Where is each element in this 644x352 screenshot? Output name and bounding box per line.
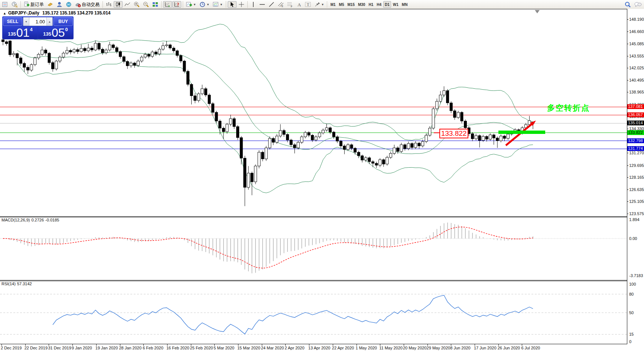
fibonacci-tool[interactable]: F [286,1,295,8]
autotrading-icon [75,1,81,7]
price-marker-chip: 135.014 [627,121,644,125]
search-icon [625,1,631,8]
arrows-icon [314,1,320,7]
date-axis-border [0,344,627,344]
macd-separator-bottom [0,217,627,217]
rsi-label-row: RSI(14)57.3142 [1,282,33,286]
timeframe-label: M5 [339,3,344,7]
line-chart-icon [124,1,130,7]
macd-signal-value: -0.0185 [45,218,59,222]
candle-chart-mode-button[interactable] [114,1,123,8]
vertical-line-icon [251,1,256,7]
volume-decrease-button[interactable]: ▼ [23,17,29,26]
price-marker-chip: 137.081 [627,104,644,109]
price-marker-chip: 131.774 [627,146,644,151]
history-center-button[interactable] [10,1,19,8]
vertical-line-tool[interactable] [249,1,257,8]
periods-dropdown-arrow: ▼ [206,3,209,6]
price-marker-chip: 133.822 [627,130,644,135]
timeframe-label: MN [402,3,408,7]
equidistant-channel-tool[interactable]: E [276,1,285,8]
auto-scroll-icon [165,1,170,7]
crosshair-icon [238,1,244,7]
timeframe-button-M30[interactable]: M30 [357,1,367,8]
price-marker-chip: 136.057 [627,112,644,117]
auto-scroll-button[interactable] [163,1,172,8]
timeframe-button-M5[interactable]: M5 [338,1,346,8]
timeframe-button-MN[interactable]: MN [400,1,409,8]
pivot-annotation-text[interactable]: 多空转折点 [547,103,590,113]
chart-title: ▲GBPJPY-,Daily135.172 135.185 134.270 13… [3,10,110,16]
candlestick-icon [115,1,121,7]
bar-chart-mode-button[interactable] [104,1,113,8]
indicators-dropdown-arrow: ▼ [193,3,196,6]
timeframe-button-H1[interactable]: H1 [367,1,375,8]
buy-button[interactable]: BUY [53,17,73,26]
zoom-in-icon [134,1,140,7]
symbol-name: GBPJPY-,Daily [8,10,39,16]
fibonacci-icon: F [287,1,293,7]
periods-button[interactable]: ▼ [198,1,211,8]
svg-text:A: A [297,2,301,7]
sell-button[interactable]: SELL [3,17,22,26]
market-watch-button[interactable] [1,1,10,8]
macd-name: MACD(12,26,9) [1,218,30,222]
market-watch-icon [2,1,8,7]
text-tool[interactable]: A [295,1,303,8]
templates-button[interactable]: ▼ [211,1,224,8]
svg-text:E: E [282,5,283,7]
zoom-out-button[interactable] [142,1,150,8]
timeframe-button-D1[interactable]: D1 [383,1,391,8]
text-icon: A [296,1,302,7]
chat-button[interactable] [633,1,643,8]
buy-price-display[interactable]: 135050 [38,27,73,39]
svg-text:T: T [307,2,309,7]
tile-windows-button[interactable] [151,1,160,8]
news-button[interactable] [64,1,73,8]
crosshair-tool-button[interactable] [237,1,246,8]
sell-price-display[interactable]: 135014 [3,27,38,39]
template-icon [213,1,219,7]
terminal-button[interactable] [55,1,64,8]
cursor-tool-button[interactable] [228,1,237,8]
chart-top-border [0,9,627,9]
volume-input[interactable] [29,17,46,26]
toolbar: 新订单 自动交易 [0,0,644,9]
zoom-in-button[interactable] [132,1,141,8]
timeframe-button-W1[interactable]: W1 [391,1,400,8]
rsi-value: 57.3142 [17,282,32,286]
rsi-separator-bottom [0,281,627,281]
rsi-separator-top[interactable] [0,280,627,280]
search-button[interactable] [623,1,632,8]
line-chart-mode-button[interactable] [123,1,132,8]
volume-increase-button[interactable]: ▲ [46,17,52,26]
chart-shift-button[interactable] [172,1,181,8]
mt4-window: 新订单 自动交易 [0,0,644,352]
horizontal-line-tool[interactable] [258,1,267,8]
text-label-tool[interactable]: T [303,1,312,8]
new-order-button[interactable]: 新订单 [22,1,45,8]
broadcast-icon [66,1,72,7]
trendline-tool[interactable] [267,1,276,8]
macd-separator-top[interactable] [0,216,627,217]
price-axis-border [627,9,627,344]
metaeditor-button[interactable] [46,1,55,8]
chart-canvas[interactable] [0,0,644,352]
chat-bubbles-icon [634,1,642,7]
arrows-tool[interactable]: ▼ [313,1,326,8]
buy-price-prefix: 135 [43,31,51,37]
timeframe-button-M1[interactable]: M1 [329,1,337,8]
price-callout-box[interactable]: 133.822 [439,129,468,138]
ohlc-values: 135.172 135.185 134.270 135.014 [42,10,111,16]
volume-spinner: ▼ ▲ [23,17,53,26]
sell-price-prefix: 135 [8,31,16,37]
autotrading-button[interactable]: 自动交易 [74,1,101,8]
oct-collapse-marker[interactable]: ▲ [3,11,6,15]
templates-dropdown-arrow: ▼ [220,3,223,6]
timeframe-button-M15[interactable]: M15 [346,1,356,8]
timeframe-label: M1 [331,3,336,7]
arrows-dropdown-arrow: ▼ [321,3,324,6]
indicators-button[interactable]: ▼ [185,1,198,8]
green-zone-bar[interactable] [498,131,545,134]
timeframe-button-H4[interactable]: H4 [375,1,383,8]
